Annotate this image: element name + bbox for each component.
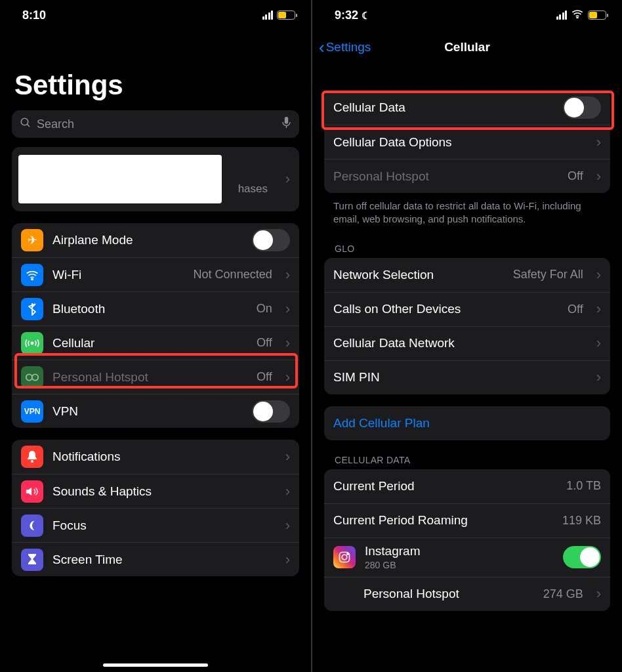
row-cellular[interactable]: Cellular Off › bbox=[12, 326, 299, 360]
row-label: Wi-Fi bbox=[52, 268, 184, 282]
battery-icon bbox=[277, 10, 295, 20]
bluetooth-icon bbox=[21, 298, 43, 320]
row-value: Off bbox=[257, 370, 272, 384]
instagram-data-toggle[interactable] bbox=[563, 546, 601, 568]
back-button[interactable]: ‹ Settings bbox=[319, 30, 371, 64]
chevron-right-icon: › bbox=[596, 369, 601, 386]
row-bluetooth[interactable]: Bluetooth On › bbox=[12, 291, 299, 326]
row-value: Safety For All bbox=[513, 268, 583, 282]
chevron-right-icon: › bbox=[596, 301, 601, 318]
chevron-right-icon: › bbox=[285, 369, 290, 386]
row-app-instagram[interactable]: Instagram 280 GB bbox=[324, 537, 610, 577]
wifi-icon bbox=[21, 264, 43, 286]
row-label: Instagram 280 GB bbox=[365, 544, 554, 570]
row-value: 119 KB bbox=[562, 514, 601, 528]
dictation-icon[interactable] bbox=[281, 116, 291, 133]
row-label: SIM PIN bbox=[333, 370, 583, 385]
row-screen-time[interactable]: Screen Time › bbox=[12, 542, 299, 576]
row-current-period-roaming[interactable]: Current Period Roaming 119 KB bbox=[324, 503, 610, 537]
nav-bar: ‹ Settings Cellular bbox=[312, 30, 622, 64]
svg-point-11 bbox=[342, 555, 347, 560]
row-cellular-data-network[interactable]: Cellular Data Network › bbox=[324, 326, 610, 360]
vpn-toggle[interactable] bbox=[252, 400, 290, 423]
row-network-selection[interactable]: Network Selection Safety For All › bbox=[324, 258, 610, 292]
row-label: VPN bbox=[52, 404, 243, 419]
chevron-right-icon: › bbox=[596, 168, 601, 185]
airplane-icon: ✈ bbox=[21, 229, 43, 251]
row-vpn[interactable]: VPN VPN bbox=[12, 394, 299, 428]
row-value: Not Connected bbox=[194, 268, 272, 282]
row-value: Off bbox=[568, 303, 583, 316]
row-label: Sounds & Haptics bbox=[52, 484, 272, 499]
search-icon bbox=[20, 117, 31, 132]
cellular-data-toggle[interactable] bbox=[563, 96, 601, 119]
add-plan-group: Add Cellular Plan bbox=[324, 406, 610, 440]
section-footer: Turn off cellular data to restrict all d… bbox=[312, 193, 622, 229]
carrier-group: Network Selection Safety For All › Calls… bbox=[324, 258, 610, 394]
status-time: 8:10 bbox=[22, 9, 46, 22]
status-time: 9:32 bbox=[335, 9, 358, 22]
screenshot-left: 8:10 Settings Search hases › ✈ Airplane … bbox=[0, 0, 311, 672]
section-header-cellular-data: CELLULAR DATA bbox=[312, 440, 622, 469]
row-airplane-mode[interactable]: ✈ Airplane Mode bbox=[12, 223, 299, 257]
search-input[interactable]: Search bbox=[12, 110, 299, 138]
row-hotspot-usage[interactable]: Personal Hotspot 274 GB › bbox=[324, 577, 610, 611]
chevron-left-icon: ‹ bbox=[319, 39, 325, 56]
status-bar: 8:10 bbox=[0, 0, 311, 30]
row-value: Off bbox=[568, 169, 583, 183]
chevron-right-icon: › bbox=[285, 517, 290, 534]
row-sim-pin[interactable]: SIM PIN › bbox=[324, 360, 610, 394]
row-label: Current Period Roaming bbox=[333, 513, 553, 528]
chevron-right-icon: › bbox=[596, 585, 601, 602]
row-value: 274 GB bbox=[543, 587, 583, 601]
svg-point-8 bbox=[31, 460, 33, 463]
row-label: Add Cellular Plan bbox=[333, 416, 601, 430]
status-bar: 9:32 ☾ bbox=[312, 0, 622, 30]
row-focus[interactable]: Focus › bbox=[12, 508, 299, 542]
row-calls-other-devices[interactable]: Calls on Other Devices Off › bbox=[324, 292, 610, 326]
redaction-block bbox=[18, 155, 222, 203]
home-indicator[interactable] bbox=[103, 663, 208, 667]
speaker-icon bbox=[21, 480, 43, 503]
row-label: Personal Hotspot bbox=[363, 587, 534, 601]
nav-title: Cellular bbox=[444, 40, 490, 54]
chevron-right-icon: › bbox=[285, 483, 290, 500]
row-cellular-data-options[interactable]: Cellular Data Options › bbox=[324, 125, 610, 159]
row-personal-hotspot[interactable]: Personal Hotspot Off › bbox=[12, 360, 299, 394]
row-sounds[interactable]: Sounds & Haptics › bbox=[12, 474, 299, 508]
focus-moon-icon: ☾ bbox=[362, 10, 370, 21]
row-wifi[interactable]: Wi-Fi Not Connected › bbox=[12, 257, 299, 291]
row-sublabel: 280 GB bbox=[365, 560, 554, 570]
row-label: Cellular Data Network bbox=[333, 336, 583, 350]
hotspot-icon bbox=[21, 366, 43, 388]
bell-icon bbox=[21, 446, 43, 468]
svg-rect-2 bbox=[285, 116, 288, 123]
cellular-signal-icon bbox=[556, 10, 568, 20]
vpn-icon: VPN bbox=[21, 400, 43, 423]
row-label: Calls on Other Devices bbox=[333, 302, 558, 316]
row-label: Screen Time bbox=[52, 553, 272, 567]
row-current-period[interactable]: Current Period 1.0 TB bbox=[324, 469, 610, 503]
apple-id-subtitle-tail: hases bbox=[238, 182, 268, 196]
row-add-cellular-plan[interactable]: Add Cellular Plan bbox=[324, 406, 610, 440]
svg-point-5 bbox=[31, 342, 33, 344]
chevron-right-icon: › bbox=[596, 134, 601, 151]
cellular-data-group: Cellular Data Cellular Data Options › Pe… bbox=[324, 91, 610, 193]
cellular-signal-icon bbox=[262, 10, 274, 20]
airplane-toggle[interactable] bbox=[252, 229, 290, 251]
row-label: Cellular Data bbox=[333, 100, 554, 115]
row-value: On bbox=[257, 302, 272, 316]
page-title: Settings bbox=[0, 30, 311, 106]
usage-group: Current Period 1.0 TB Current Period Roa… bbox=[324, 469, 610, 611]
row-label: Current Period bbox=[333, 479, 557, 494]
row-label: Notifications bbox=[52, 450, 272, 464]
row-personal-hotspot[interactable]: Personal Hotspot Off › bbox=[324, 159, 610, 193]
row-cellular-data[interactable]: Cellular Data bbox=[324, 91, 610, 125]
screenshot-right: 9:32 ☾ ‹ Settings Cellular Cellular Data… bbox=[311, 0, 622, 672]
row-value: Off bbox=[257, 336, 272, 350]
row-label: Cellular Data Options bbox=[333, 135, 583, 150]
apple-id-row[interactable]: hases › bbox=[12, 147, 299, 211]
row-label: Personal Hotspot bbox=[333, 169, 558, 184]
row-notifications[interactable]: Notifications › bbox=[12, 440, 299, 474]
svg-point-0 bbox=[21, 118, 28, 125]
